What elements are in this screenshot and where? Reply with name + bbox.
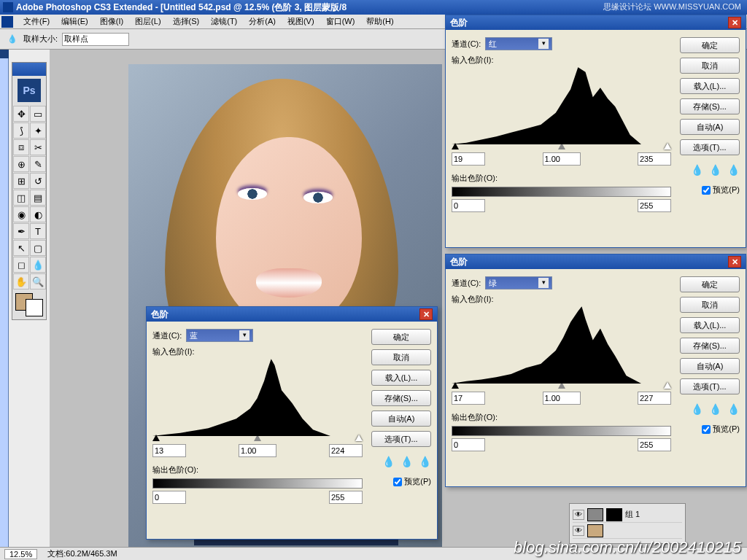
layer-row-group[interactable]: 👁 组 1	[573, 507, 682, 523]
gray-eyedropper-icon[interactable]: 💧	[709, 164, 721, 176]
gray-eyedropper-icon[interactable]: 💧	[709, 403, 721, 415]
load-button[interactable]: 载入(L)...	[371, 370, 431, 386]
gradient-tool[interactable]: ▤	[30, 190, 46, 206]
white-eyedropper-icon[interactable]: 💧	[727, 403, 740, 415]
output-gradient[interactable]	[152, 478, 363, 489]
brush-tool[interactable]: ✎	[30, 156, 46, 172]
options-button[interactable]: 选项(T)...	[680, 378, 740, 394]
slice-tool[interactable]: ✂	[30, 139, 46, 155]
ok-button[interactable]: 确定	[680, 37, 740, 53]
path-tool[interactable]: ↖	[13, 240, 29, 256]
output-shadow-field[interactable]	[452, 199, 485, 212]
dock-toggle[interactable]	[0, 50, 9, 58]
black-eyedropper-icon[interactable]: 💧	[691, 164, 703, 176]
input-highlight-field[interactable]	[638, 152, 671, 166]
eyedropper-icon[interactable]: 💧	[6, 33, 19, 46]
menu-select[interactable]: 选择(S)	[167, 15, 206, 28]
channel-dropdown[interactable]: 绿▾	[485, 276, 552, 289]
ok-button[interactable]: 确定	[680, 276, 740, 292]
blur-tool[interactable]: ◉	[13, 206, 29, 222]
menu-edit[interactable]: 编辑(E)	[55, 15, 94, 28]
preview-checkbox[interactable]: 预览(P)	[702, 184, 740, 195]
background-swatch[interactable]	[26, 299, 43, 316]
save-button[interactable]: 存储(S)...	[371, 390, 431, 406]
output-gradient[interactable]	[452, 187, 671, 197]
input-gamma-field[interactable]	[239, 444, 276, 457]
menu-analysis[interactable]: 分析(A)	[243, 15, 282, 28]
crop-tool[interactable]: ⧈	[13, 139, 29, 155]
black-eyedropper-icon[interactable]: 💧	[382, 456, 395, 467]
input-gamma-field[interactable]	[543, 152, 581, 166]
output-gradient[interactable]	[452, 426, 671, 436]
menu-layer[interactable]: 图层(L)	[129, 15, 166, 28]
channel-dropdown[interactable]: 蓝▾	[186, 329, 253, 342]
white-eyedropper-icon[interactable]: 💧	[419, 456, 431, 467]
input-highlight-field[interactable]	[638, 392, 671, 405]
menu-image[interactable]: 图像(I)	[94, 15, 129, 28]
menu-help[interactable]: 帮助(H)	[360, 15, 399, 28]
load-button[interactable]: 载入(L)...	[680, 78, 740, 94]
close-icon[interactable]: ✕	[728, 256, 741, 268]
color-swatches[interactable]	[12, 290, 46, 319]
save-button[interactable]: 存储(S)...	[680, 338, 740, 354]
save-button[interactable]: 存储(S)...	[680, 98, 740, 114]
layer-row-bg[interactable]: 👁	[573, 523, 682, 539]
history-brush-tool[interactable]: ↺	[30, 173, 46, 189]
input-gamma-field[interactable]	[543, 392, 581, 405]
type-tool[interactable]: T	[30, 223, 46, 239]
black-eyedropper-icon[interactable]: 💧	[691, 403, 703, 415]
cancel-button[interactable]: 取消	[371, 349, 431, 365]
menu-filter[interactable]: 滤镜(T)	[205, 15, 243, 28]
highlight-slider[interactable]	[664, 143, 671, 149]
menu-window[interactable]: 窗口(W)	[320, 15, 361, 28]
auto-button[interactable]: 自动(A)	[371, 411, 431, 427]
output-highlight-field[interactable]	[329, 491, 363, 504]
output-shadow-field[interactable]	[152, 491, 186, 504]
visibility-icon[interactable]: 👁	[573, 526, 584, 536]
options-button[interactable]: 选项(T)...	[371, 431, 431, 447]
sample-size-dropdown[interactable]: 取样点	[62, 33, 129, 46]
menu-view[interactable]: 视图(V)	[282, 15, 320, 28]
close-icon[interactable]: ✕	[728, 17, 741, 28]
white-eyedropper-icon[interactable]: 💧	[727, 164, 740, 176]
output-highlight-field[interactable]	[638, 199, 671, 212]
zoom-level[interactable]: 12.5%	[4, 549, 37, 559]
output-shadow-field[interactable]	[452, 438, 485, 451]
input-shadow-field[interactable]	[452, 152, 485, 166]
auto-button[interactable]: 自动(A)	[680, 358, 740, 374]
gray-eyedropper-icon[interactable]: 💧	[400, 456, 413, 467]
close-icon[interactable]: ✕	[419, 308, 433, 320]
auto-button[interactable]: 自动(A)	[680, 119, 740, 135]
svg-marker-0	[452, 67, 641, 144]
dodge-tool[interactable]: ◐	[30, 206, 46, 222]
channel-dropdown[interactable]: 红▾	[485, 37, 552, 50]
input-shadow-field[interactable]	[452, 392, 485, 405]
input-highlight-field[interactable]	[329, 444, 363, 457]
visibility-icon[interactable]: 👁	[573, 510, 584, 520]
options-button[interactable]: 选项(T)...	[680, 139, 740, 155]
output-highlight-field[interactable]	[638, 438, 671, 451]
eyedropper-tool[interactable]: 💧	[30, 257, 46, 273]
move-tool[interactable]: ✥	[13, 106, 29, 122]
preview-checkbox[interactable]: 预览(P)	[393, 476, 431, 487]
notes-tool[interactable]: ◻	[13, 257, 29, 273]
hand-tool[interactable]: ✋	[13, 273, 29, 289]
wand-tool[interactable]: ✦	[30, 122, 46, 139]
input-shadow-field[interactable]	[152, 444, 186, 457]
load-button[interactable]: 载入(L)...	[680, 317, 740, 333]
stamp-tool[interactable]: ⊞	[13, 173, 29, 189]
preview-checkbox[interactable]: 预览(P)	[702, 424, 740, 435]
cancel-button[interactable]: 取消	[680, 58, 740, 74]
lasso-tool[interactable]: ⟆	[13, 122, 29, 139]
pen-tool[interactable]: ✒	[13, 223, 29, 239]
cancel-button[interactable]: 取消	[680, 297, 740, 313]
highlight-slider[interactable]	[355, 435, 363, 441]
healing-tool[interactable]: ⊕	[13, 156, 29, 172]
ok-button[interactable]: 确定	[371, 329, 431, 345]
zoom-tool[interactable]: 🔍	[30, 273, 46, 289]
eraser-tool[interactable]: ◫	[13, 190, 29, 206]
highlight-slider[interactable]	[664, 382, 671, 389]
shape-tool[interactable]: ▢	[30, 240, 46, 256]
menu-file[interactable]: 文件(F)	[18, 15, 55, 28]
marquee-tool[interactable]: ▭	[30, 106, 46, 122]
